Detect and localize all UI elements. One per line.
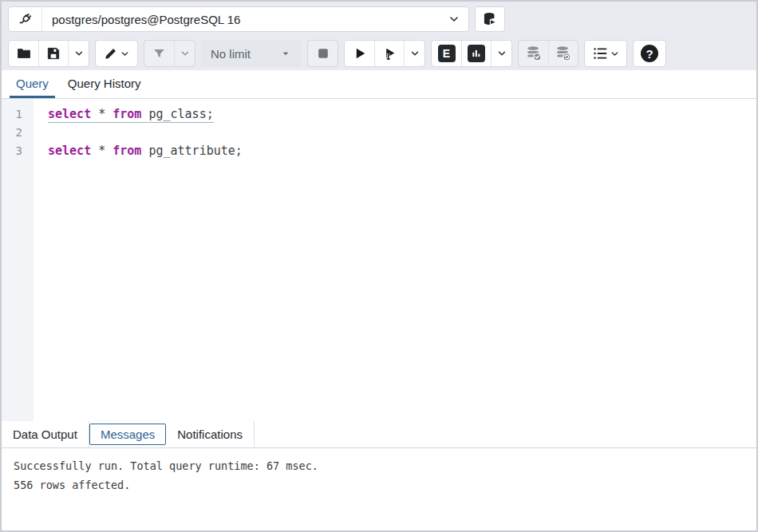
commit-button[interactable] <box>519 41 548 66</box>
new-connection-button[interactable] <box>475 6 505 32</box>
pencil-icon <box>103 46 118 61</box>
tab-query[interactable]: Query <box>10 70 55 98</box>
filter-button[interactable] <box>144 41 174 66</box>
bar-chart-icon <box>468 45 485 62</box>
line-number-gutter: 1 2 3 <box>2 99 34 421</box>
message-line: Successfully run. Total query runtime: 6… <box>14 456 744 475</box>
macro-button-group <box>584 40 627 67</box>
connection-bar: postgres/postgres@PostgreSQL 16 <box>2 2 756 37</box>
line-number: 3 <box>2 142 34 160</box>
filter-funnel-icon <box>152 46 167 61</box>
code-line-2 <box>48 124 756 142</box>
connection-selector[interactable]: postgres/postgres@PostgreSQL 16 <box>8 6 469 32</box>
folder-icon <box>16 45 32 61</box>
help-icon: ? <box>641 45 658 62</box>
explain-analyze-button[interactable] <box>461 41 491 66</box>
filter-dropdown[interactable] <box>174 41 195 66</box>
numbered-list-icon <box>592 45 608 61</box>
rollback-database-undo-icon <box>555 45 572 62</box>
line-number: 1 <box>2 105 34 124</box>
output-tabbar: Data Output Messages Notifications <box>2 421 756 448</box>
macros-button[interactable] <box>585 41 626 66</box>
line-number: 2 <box>2 124 34 142</box>
code-area[interactable]: select * from pg_class; select * from pg… <box>34 99 756 421</box>
save-file-button[interactable] <box>38 41 68 66</box>
edit-menu-button[interactable] <box>96 41 137 66</box>
chevron-down-icon <box>440 13 468 26</box>
query-tool-window: postgres/postgres@PostgreSQL 16 <box>0 0 758 532</box>
file-button-group <box>8 40 89 67</box>
row-limit-value: No limit <box>211 47 279 61</box>
explain-button[interactable]: E <box>432 41 461 66</box>
chevron-down-icon <box>409 48 420 59</box>
connection-value: postgres/postgres@PostgreSQL 16 <box>42 13 440 26</box>
messages-panel: Successfully run. Total query runtime: 6… <box>2 448 756 530</box>
chevron-down-icon <box>73 48 85 59</box>
filter-button-group <box>144 40 195 67</box>
commit-database-check-icon <box>525 45 543 62</box>
play-cursor-icon <box>381 45 397 61</box>
help-button-group: ? <box>633 40 666 67</box>
execute-button-group <box>344 40 425 67</box>
edit-button-group <box>95 40 138 67</box>
chevron-down-icon <box>496 48 507 59</box>
stop-button[interactable] <box>308 41 338 66</box>
tab-messages[interactable]: Messages <box>89 424 166 445</box>
caret-down-icon <box>279 47 292 60</box>
tab-notifications[interactable]: Notifications <box>166 421 255 447</box>
chevron-down-icon <box>180 48 191 59</box>
tab-data-output[interactable]: Data Output <box>2 421 89 447</box>
play-icon <box>352 45 368 61</box>
save-icon <box>45 45 61 61</box>
stop-icon <box>315 45 331 61</box>
connection-plug-icon <box>9 7 42 31</box>
editor-tabbar: Query Query History <box>2 70 756 99</box>
explain-options-dropdown[interactable] <box>491 41 511 66</box>
execute-options-dropdown[interactable] <box>404 41 424 66</box>
execute-from-cursor-button[interactable] <box>374 41 404 66</box>
sql-editor: 1 2 3 select * from pg_class; select * f… <box>2 99 756 421</box>
row-limit-select[interactable]: No limit <box>201 40 302 67</box>
file-menu-dropdown[interactable] <box>68 41 89 66</box>
open-file-button[interactable] <box>9 41 38 66</box>
database-arrow-icon <box>482 11 498 27</box>
help-button[interactable]: ? <box>634 41 665 66</box>
code-line-3: select * from pg_attribute; <box>48 142 756 160</box>
execute-button[interactable] <box>345 41 374 66</box>
code-line-1: select * from pg_class; <box>48 105 756 124</box>
tab-query-history[interactable]: Query History <box>61 70 148 98</box>
explain-button-group: E <box>431 40 512 67</box>
explain-icon: E <box>438 45 456 62</box>
transaction-button-group <box>518 40 578 67</box>
chevron-down-icon <box>610 49 620 59</box>
message-line: 556 rows affected. <box>14 475 744 495</box>
rollback-button[interactable] <box>548 41 578 66</box>
query-toolbar: No limit <box>2 37 756 70</box>
stop-button-group <box>307 40 338 67</box>
chevron-down-icon <box>120 49 130 59</box>
